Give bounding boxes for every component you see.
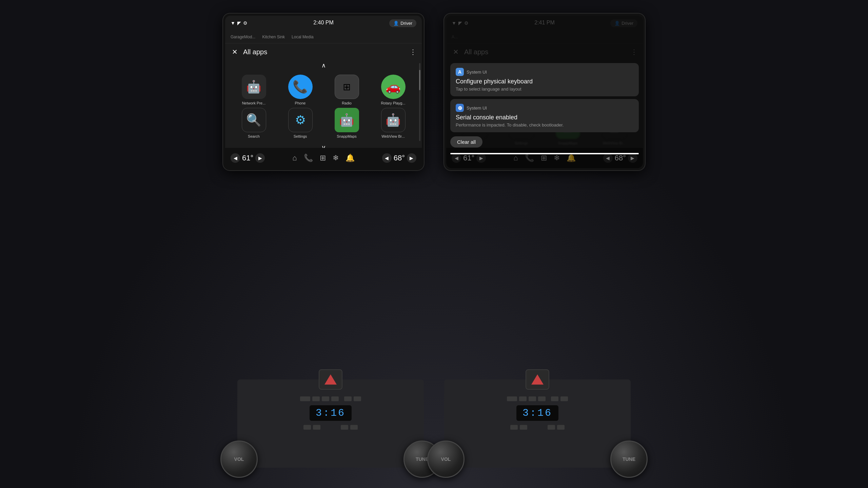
left-fan-icon[interactable]: ❄: [333, 154, 339, 162]
left-panel-body: 3:16: [237, 379, 424, 468]
left-arrows-l: [303, 425, 320, 430]
left-arr-2[interactable]: [313, 425, 320, 430]
left-driver-label: Driver: [400, 21, 412, 26]
app-item-webview[interactable]: 🤖 WebView Br...: [371, 108, 415, 138]
left-time: 2:40 PM: [313, 20, 334, 26]
notif-2-title: Serial console enabled: [456, 114, 633, 121]
left-ctrl-btn-6[interactable]: [354, 396, 361, 401]
dashboard: ▼ ◤ ⚙ 2:40 PM 👤 Driver GarageMod...: [0, 0, 868, 488]
app-item-search[interactable]: 🔍 Search: [232, 108, 276, 138]
left-arr-4[interactable]: [350, 425, 358, 430]
notif-1-body: Tap to select language and layout: [456, 86, 633, 92]
left-tune-label: TUNE: [416, 456, 429, 462]
app-name-network: Network Pre...: [242, 101, 266, 105]
app-icon-phone: 📞: [288, 75, 313, 99]
app-icon-search: 🔍: [242, 108, 266, 132]
left-screen: ▼ ◤ ⚙ 2:40 PM 👤 Driver GarageMod...: [225, 16, 422, 168]
right-time-display: 3:16: [522, 407, 552, 419]
left-digital-display: 3:16: [310, 405, 352, 421]
left-driver-button[interactable]: 👤 Driver: [389, 19, 416, 27]
left-arr-1[interactable]: [303, 425, 311, 430]
app-name-radio: Radio: [342, 101, 352, 105]
scroll-up-button[interactable]: ∧: [321, 62, 326, 69]
app-item-rotary[interactable]: 🚗 Rotary Playg...: [371, 75, 415, 105]
left-status-right: 👤 Driver: [389, 19, 416, 27]
app-item-snapp[interactable]: 🤖 SnappMaps: [325, 108, 369, 138]
left-vol-knob[interactable]: VOL: [220, 441, 258, 478]
left-top-tabs: GarageMod... Kitchen Sink Local Media: [225, 31, 422, 43]
left-home-icon[interactable]: ⌂: [292, 154, 297, 162]
right-arrows-l: [510, 425, 527, 430]
left-scroll-thumb: [419, 70, 420, 90]
app-icon-snapp: 🤖: [335, 108, 359, 132]
notif-2-app-icon: ⊕: [456, 104, 464, 112]
app-item-network[interactable]: 🤖 Network Pre...: [232, 75, 276, 105]
notif-2-body: Performance is impacted. To disable, che…: [456, 122, 633, 128]
right-hazard-button[interactable]: [526, 369, 549, 390]
notif-1-title: Configure physical keyboard: [456, 78, 633, 85]
right-arrow-row: [510, 425, 565, 430]
right-ctrl-btn-6[interactable]: [560, 396, 568, 401]
left-nav-icons: ⌂ 📞 ⊞ ❄ 🔔: [292, 154, 354, 162]
tab-garagemod[interactable]: GarageMod...: [231, 35, 255, 39]
right-arr-4[interactable]: [557, 425, 565, 430]
right-control-panel: 3:16 VOL T: [444, 379, 631, 488]
right-temp-value-l: 68°: [394, 154, 405, 162]
left-time-display: 3:16: [316, 407, 346, 419]
left-arrow-row: [303, 425, 358, 430]
left-arr-3[interactable]: [341, 425, 348, 430]
left-screen-bezel: ▼ ◤ ⚙ 2:40 PM 👤 Driver GarageMod...: [223, 14, 424, 170]
left-more-button[interactable]: ⋮: [410, 48, 416, 56]
left-scroll-up: ∧: [225, 60, 422, 71]
app-item-radio[interactable]: ⊞ Radio: [325, 75, 369, 105]
app-name-snapp: SnappMaps: [337, 134, 357, 138]
notification-card-2[interactable]: ⊕ System UI Serial console enabled Perfo…: [450, 99, 639, 132]
right-temp-decrease-l[interactable]: ◀: [382, 153, 392, 163]
left-apps-icon[interactable]: ⊞: [320, 154, 326, 162]
physical-controls: 3:16 VOL T: [0, 379, 868, 488]
right-arrows-r: [548, 425, 565, 430]
left-temp-increase[interactable]: ▶: [255, 153, 265, 163]
right-vol-knob[interactable]: VOL: [427, 441, 465, 478]
tab-kitchensink[interactable]: Kitchen Sink: [262, 35, 285, 39]
tab-localmedia[interactable]: Local Media: [292, 35, 314, 39]
left-ctrl-btn-3[interactable]: [322, 396, 329, 401]
left-app-grid: 🤖 Network Pre... 📞 Phone ⊞: [225, 71, 422, 142]
gear-icon: ⚙: [243, 20, 248, 26]
left-close-button[interactable]: ✕: [231, 46, 239, 57]
app-item-phone[interactable]: 📞 Phone: [278, 75, 322, 105]
right-ctrl-btn-5[interactable]: [551, 396, 558, 401]
clear-all-button[interactable]: Clear all: [450, 136, 482, 148]
left-status-icons: ▼ ◤ ⚙: [231, 20, 248, 26]
left-ctrl-btn-4[interactable]: [331, 396, 339, 401]
right-temp-increase-l[interactable]: ▶: [407, 153, 416, 163]
notif-1-app-name: System UI: [467, 70, 487, 75]
right-arr-2[interactable]: [520, 425, 527, 430]
left-ctrl-btn-2[interactable]: [312, 396, 320, 401]
app-name-settings: Settings: [294, 134, 307, 138]
right-ctrl-btn-3[interactable]: [529, 396, 536, 401]
left-ctrl-btn-5[interactable]: [344, 396, 352, 401]
left-bottom-bar: ◀ 61° ▶ ⌂ 📞 ⊞ ❄ 🔔 ◀ 68° ▶: [225, 148, 422, 168]
right-tune-knob[interactable]: TUNE: [610, 441, 648, 478]
app-item-settings[interactable]: ⚙ Settings: [278, 108, 322, 138]
left-phone-icon[interactable]: 📞: [304, 154, 313, 162]
screens-container: ▼ ◤ ⚙ 2:40 PM 👤 Driver GarageMod...: [0, 14, 868, 170]
right-arr-3[interactable]: [548, 425, 555, 430]
signal-icon: ◤: [237, 20, 241, 26]
left-hazard-button[interactable]: [319, 369, 342, 390]
notification-card-1[interactable]: A System UI Configure physical keyboard …: [450, 63, 639, 96]
app-icon-radio: ⊞: [335, 75, 359, 99]
right-arr-1[interactable]: [510, 425, 518, 430]
right-ctrl-btn-4[interactable]: [538, 396, 546, 401]
app-icon-rotary: 🚗: [381, 75, 406, 99]
left-bell-icon[interactable]: 🔔: [346, 154, 355, 162]
right-screen: ▼ ◤ ⚙ 2:41 PM 👤 Driver A...: [446, 16, 643, 168]
left-temp-decrease[interactable]: ◀: [231, 153, 240, 163]
left-ctrl-btn-1[interactable]: [300, 396, 310, 401]
right-ctrl-btn-2[interactable]: [519, 396, 527, 401]
app-icon-network: 🤖: [242, 75, 266, 99]
left-scroll-track: [419, 63, 420, 141]
left-temp-control: ◀ 61° ▶: [231, 153, 265, 163]
right-ctrl-btn-1[interactable]: [507, 396, 517, 401]
